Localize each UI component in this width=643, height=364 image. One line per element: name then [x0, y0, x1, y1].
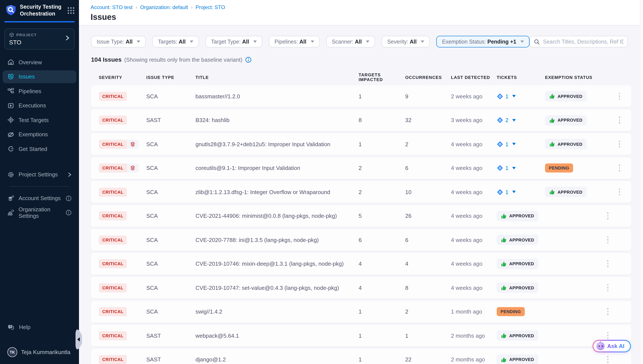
- row-menu-button[interactable]: [604, 234, 611, 245]
- filter-pill-scanner[interactable]: Scanner: All: [326, 36, 375, 48]
- sidebar-item-organization-settings[interactable]: Organization Settings: [3, 206, 76, 219]
- sidebar-item-executions[interactable]: Executions: [3, 99, 76, 112]
- breadcrumb-organization[interactable]: Organization: default: [140, 4, 188, 10]
- targets-impacted-value: 4: [359, 260, 405, 267]
- filter-pill-issue-type[interactable]: Issue Type: All: [91, 36, 146, 48]
- col-occurrences[interactable]: OCCURRENCES: [405, 75, 451, 80]
- issue-title[interactable]: webpack@5.64.1: [196, 332, 359, 339]
- issue-title[interactable]: CVE-2019-10746: mixin-deep@1.3.1 (lang-p…: [196, 260, 359, 267]
- sidebar-item-help[interactable]: ? Help: [3, 321, 76, 334]
- thumbs-up-icon: [549, 117, 555, 123]
- issue-title[interactable]: swig//1.4.2: [196, 308, 359, 315]
- issue-type: SCA: [146, 236, 196, 243]
- ticket-count: 1: [505, 165, 508, 171]
- issue-title[interactable]: bassmaster//1.2.0: [196, 93, 359, 100]
- sidebar-item-pipelines[interactable]: Pipelines: [3, 84, 76, 98]
- occurrences-value: 2: [405, 141, 451, 147]
- table-row[interactable]: CRITICAL SCA CVE-2020-7788: ini@1.3.5 (l…: [91, 229, 631, 250]
- ticket-cell[interactable]: 1: [497, 141, 545, 147]
- ticket-cell[interactable]: 1: [497, 165, 545, 171]
- row-menu-button[interactable]: [616, 115, 623, 126]
- row-menu-button[interactable]: [616, 187, 623, 197]
- filter-pill-pipelines[interactable]: Pipelines: All: [269, 36, 320, 48]
- table-row[interactable]: CRITICAL SCA CVE-2019-10746: mixin-deep@…: [91, 253, 631, 274]
- chevron-down-icon: [190, 40, 193, 43]
- scrollbar-track[interactable]: [640, 0, 643, 364]
- col-tickets[interactable]: TICKETS: [497, 75, 545, 80]
- filter-pill-severity[interactable]: Severity: All: [382, 36, 430, 48]
- ticket-caret-icon: [512, 143, 516, 145]
- breadcrumb-project[interactable]: Project: STO: [196, 4, 225, 10]
- row-menu-button[interactable]: [604, 330, 611, 341]
- issue-title[interactable]: CVE-2020-7788: ini@1.3.5 (lang-pkgs, nod…: [196, 236, 359, 243]
- breadcrumb-account[interactable]: Account: STO test: [91, 4, 133, 10]
- target-icon: [7, 116, 14, 123]
- table-row[interactable]: CRITICAL SCA bassmaster//1.2.0 1 9 2 wee…: [91, 86, 631, 107]
- search-box[interactable]: [530, 36, 628, 48]
- sidebar-item-issues[interactable]: Issues: [3, 70, 76, 83]
- module-grid-icon[interactable]: [67, 7, 75, 14]
- issue-title[interactable]: gnutls28@3.7.9-2+deb12u5: Improper Input…: [196, 141, 359, 147]
- chevron-right-icon: [65, 35, 70, 41]
- table-row[interactable]: CRITICAL SAST django@1.2 1 22 2 months a…: [91, 349, 631, 364]
- ask-ai-button[interactable]: Ask AI: [592, 340, 631, 352]
- table-row[interactable]: CRITICAL SCA zlib@1:1.2.13.dfsg-1: Integ…: [91, 181, 631, 203]
- table-row[interactable]: CRITICAL SAST webpack@5.64.1 1 1 2 month…: [91, 325, 631, 346]
- row-menu-button[interactable]: [616, 91, 623, 102]
- sidebar-item-get-started[interactable]: Get Started: [3, 142, 76, 155]
- occurrences-value: 26: [405, 212, 451, 219]
- ticket-cell[interactable]: 1: [497, 93, 545, 100]
- issue-title[interactable]: coreutils@9.1-1: Improper Input Validati…: [196, 165, 359, 171]
- exemption-status-label: APPROVED: [557, 142, 582, 146]
- issue-title[interactable]: CVE-2021-44906: minimist@0.0.8 (lang-pkg…: [196, 212, 359, 219]
- row-menu-button[interactable]: [604, 211, 611, 221]
- filter-text: Target Type: All: [211, 38, 249, 45]
- issue-title[interactable]: zlib@1:1.2.13.dfsg-1: Integer Overflow o…: [196, 189, 359, 195]
- col-last-detected[interactable]: LAST DETECTED: [451, 75, 497, 80]
- sidebar-item-test-targets[interactable]: Test Targets: [3, 114, 76, 126]
- table-row[interactable]: CRITICAL SCA swig//1.4.2 1 2 1 month ago: [91, 301, 631, 322]
- filter-text: Issue Type: All: [97, 38, 133, 45]
- info-icon[interactable]: [245, 56, 251, 63]
- issue-title[interactable]: CVE-2019-10747: set-value@0.4.3 (lang-pk…: [196, 284, 359, 291]
- row-menu-button[interactable]: [604, 354, 611, 364]
- sidebar-nav: Overview Issues Pipelines: [0, 56, 79, 219]
- row-menu-button[interactable]: [604, 306, 611, 317]
- col-exemption-status[interactable]: EXEMPTION STATUS: [545, 75, 612, 80]
- ticket-cell[interactable]: 2: [497, 117, 545, 123]
- sidebar-item-account-settings[interactable]: Account Settings: [3, 192, 76, 205]
- row-menu-button[interactable]: [616, 163, 623, 173]
- thumbs-up-icon: [501, 213, 507, 219]
- row-menu-button[interactable]: [604, 282, 611, 293]
- filter-toolbar: Issue Type: All Targets: All Target Type…: [91, 36, 628, 48]
- col-targets-impacted[interactable]: TARGETS IMPACTED: [359, 72, 405, 82]
- row-menu-button[interactable]: [616, 139, 623, 150]
- table-row[interactable]: CRITICAL SCA CVE-2021-44906: minimist@0.…: [91, 205, 631, 227]
- filter-pill-exemption-status[interactable]: Exemption Status: Pending +1: [436, 36, 530, 48]
- filter-pill-targets[interactable]: Targets: All: [152, 36, 199, 48]
- search-input[interactable]: [543, 38, 623, 45]
- sidebar-item-exemptions[interactable]: Exemptions: [3, 128, 76, 141]
- issue-title[interactable]: django@1.2: [196, 356, 359, 363]
- table-row[interactable]: CRITICAL SCA gnutls28@3.7.9-2+deb12u5: I…: [91, 133, 631, 155]
- collapse-arrow-icon: [77, 337, 80, 342]
- sidebar-item-project-settings[interactable]: Project Settings: [3, 168, 76, 181]
- col-issue-type[interactable]: ISSUE TYPE: [146, 75, 196, 80]
- table-row[interactable]: CRITICAL SCA CVE-2019-10747: set-value@0…: [91, 277, 631, 298]
- user-menu[interactable]: TK Teja Kummarikuntla: [3, 344, 76, 360]
- issue-title[interactable]: B324: hashlib: [196, 117, 359, 123]
- col-severity[interactable]: SEVERITY: [99, 75, 146, 80]
- occurrences-value: 2: [405, 308, 451, 315]
- sidebar-divider: [10, 186, 70, 186]
- nav-label: Get Started: [19, 146, 47, 152]
- col-title[interactable]: TITLE: [196, 75, 359, 80]
- row-menu-button[interactable]: [604, 258, 611, 269]
- filter-pill-target-type[interactable]: Target Type: All: [205, 36, 262, 48]
- exemption-status-badge: APPROVED: [497, 211, 538, 221]
- ticket-cell[interactable]: 1: [497, 189, 545, 195]
- table-row[interactable]: CRITICAL SAST B324: hashlib 8 32 3 weeks…: [91, 109, 631, 131]
- sidebar-item-overview[interactable]: Overview: [3, 56, 76, 68]
- project-selector[interactable]: PROJECT STO: [4, 28, 75, 50]
- table-row[interactable]: CRITICAL SCA coreutils@9.1-1: Improper I…: [91, 157, 631, 179]
- nav-label: Test Targets: [19, 117, 49, 123]
